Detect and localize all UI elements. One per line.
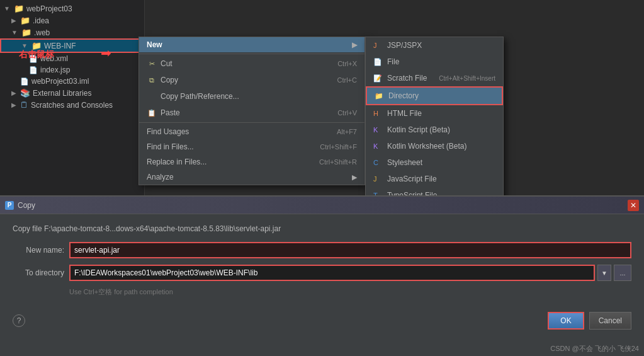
kotlin-script-label: Kotlin Script (Beta) (387, 125, 450, 134)
chevron-icon: ▼ (21, 42, 28, 49)
menu-item-cut[interactable]: ✂ Cut Ctrl+X (139, 55, 364, 72)
file-icon: 📄 (373, 57, 383, 67)
html-icon: H (373, 108, 383, 118)
project-label: webProject03 (26, 4, 72, 13)
submenu-item-html[interactable]: H HTML File (366, 105, 503, 122)
submenu-item-scratch[interactable]: 📝 Scratch File Ctrl+Alt+Shift+Insert (366, 70, 503, 86)
lib-icon: 📚 (20, 88, 30, 98)
help-label: ? (17, 316, 21, 325)
indexjsp-label: index.jsp (40, 66, 70, 74)
scratch-shortcut: Ctrl+Alt+Shift+Insert (439, 75, 495, 82)
copy-path-label: Copy Path/Reference... (161, 92, 239, 101)
directory-label: Directory (388, 91, 419, 100)
iml-icon: 📄 (20, 78, 29, 86)
find-files-label: Find in Files... (147, 142, 194, 151)
chevron-icon: ▼ (4, 5, 10, 12)
js-label: JavaScript File (387, 175, 437, 183)
submenu-item-ts[interactable]: T TypeScript File (366, 187, 503, 195)
submenu-item-js[interactable]: J JavaScript File (366, 171, 503, 187)
copy-icon: ⧉ (147, 75, 157, 85)
external-label: External Libraries (33, 89, 91, 98)
dialog-close-button[interactable]: ✕ (628, 200, 639, 211)
menu-item-find-files[interactable]: Find in Files... Ctrl+Shift+F (139, 139, 364, 154)
menu-item-find-usages[interactable]: Find Usages Alt+F7 (139, 124, 364, 139)
ok-button[interactable]: OK (548, 312, 584, 330)
new-submenu: J JSP/JSPX 📄 File 📝 Scratch File Ctrl+Al… (365, 37, 504, 195)
chevron-icon: ▼ (11, 29, 18, 36)
scratch-icon: 📝 (373, 73, 383, 83)
ts-icon: T (373, 190, 383, 195)
path-hint: Use Ctrl+空格 for path completion (69, 287, 631, 297)
find-files-shortcut: Ctrl+Shift+F (320, 143, 357, 151)
project-icon: 📁 (14, 4, 24, 13)
paste-label: Paste (161, 108, 180, 117)
copy-label: Copy (161, 76, 178, 84)
dialog-body: Copy file F:\apache-tomcat-8...dows-x64\… (0, 214, 644, 307)
chevron-icon: ▶ (11, 89, 16, 96)
copy-dialog: P Copy ✕ Copy file F:\apache-tomcat-8...… (0, 195, 644, 356)
submenu-item-kotlin-script[interactable]: K Kotlin Script (Beta) (366, 122, 503, 138)
paste-icon: 📋 (147, 108, 157, 118)
chevron-icon: ▶ (11, 17, 16, 24)
cut-label: Cut (161, 59, 172, 68)
kotlin-ws-icon: K (373, 141, 383, 151)
dialog-subtitle: Copy file F:\apache-tomcat-8...dows-x64\… (13, 224, 631, 233)
menu-item-copy-path[interactable]: Copy Path/Reference... (139, 88, 364, 105)
footer-buttons: OK Cancel (548, 312, 631, 330)
kotlin-icon: K (373, 125, 383, 135)
jsp-icon: J (373, 40, 383, 50)
replace-shortcut: Ctrl+Shift+R (319, 158, 357, 166)
menu-item-copy[interactable]: ⧉ Copy Ctrl+C (139, 72, 364, 88)
submenu-item-directory[interactable]: 📁 Directory (366, 86, 503, 105)
submenu-item-stylesheet[interactable]: C Stylesheet (366, 154, 503, 171)
css-icon: C (373, 158, 383, 168)
jsp-label: JSP/JSPX (387, 41, 422, 50)
to-dir-field: To directory ▼ ... (13, 265, 631, 281)
dialog-footer: ? OK Cancel (0, 307, 644, 330)
paste-shortcut: Ctrl+V (337, 109, 357, 117)
submenu-item-kotlin-ws[interactable]: K Kotlin Worksheet (Beta) (366, 138, 503, 154)
cut-shortcut: Ctrl+X (337, 60, 357, 67)
dir-dropdown-button[interactable]: ▼ (597, 265, 611, 281)
ts-label: TypeScript File (387, 191, 437, 195)
dialog-app-icon: P (5, 201, 14, 210)
analyze-arrow-icon: ▶ (352, 173, 357, 181)
new-name-input[interactable] (69, 242, 631, 258)
sidebar-item-idea[interactable]: ▶ 📁 .idea (0, 14, 144, 26)
js-icon: J (373, 174, 383, 184)
new-label: New (147, 40, 162, 49)
watermark: CSDN @不会 飞的小 飞侠24 (550, 344, 639, 353)
submenu-item-jsp[interactable]: J JSP/JSPX (366, 37, 503, 54)
scratch-label: Scratch File (387, 74, 427, 83)
sidebar-item-project[interactable]: ▼ 📁 webProject03 (0, 3, 144, 14)
to-dir-input[interactable] (69, 265, 595, 281)
scratch-icon: 🗒 (20, 100, 28, 110)
html-label: HTML File (387, 109, 422, 118)
right-click-label: 右击鼠标 (19, 49, 54, 60)
sidebar-item-scratches[interactable]: ▶ 🗒 Scratches and Consoles (0, 99, 144, 111)
sidebar-item-indexjsp[interactable]: 📄 index.jsp (0, 64, 144, 76)
arrow-icon: ➡ (101, 45, 111, 60)
new-name-label: New name: (13, 246, 64, 255)
menu-item-replace[interactable]: Replace in Files... Ctrl+Shift+R (139, 154, 364, 169)
dir-browse-button[interactable]: ... (614, 265, 631, 281)
menu-item-paste[interactable]: 📋 Paste Ctrl+V (139, 105, 364, 121)
folder-icon: 📁 (21, 28, 31, 37)
dir-input-wrapper: ▼ ... (69, 265, 631, 281)
copy-path-icon (147, 91, 157, 101)
idea-label: .idea (33, 16, 49, 25)
sidebar-item-iml[interactable]: 📄 webProject03.iml (0, 76, 144, 87)
sidebar-item-web[interactable]: ▼ 📁 .web (0, 26, 144, 38)
menu-separator-2 (139, 122, 364, 123)
menu-item-new[interactable]: New ▶ (139, 37, 364, 52)
help-button[interactable]: ? (13, 314, 25, 327)
stylesheet-label: Stylesheet (387, 158, 422, 167)
submenu-item-file[interactable]: 📄 File (366, 54, 503, 70)
cancel-button[interactable]: Cancel (589, 312, 631, 330)
menu-item-analyze[interactable]: Analyze ▶ (139, 169, 364, 185)
sidebar-item-external[interactable]: ▶ 📚 External Libraries (0, 87, 144, 99)
find-usages-label: Find Usages (147, 127, 189, 136)
dialog-title: Copy (18, 201, 35, 210)
directory-icon: 📁 (375, 91, 385, 101)
folder-icon: 📁 (20, 16, 30, 25)
